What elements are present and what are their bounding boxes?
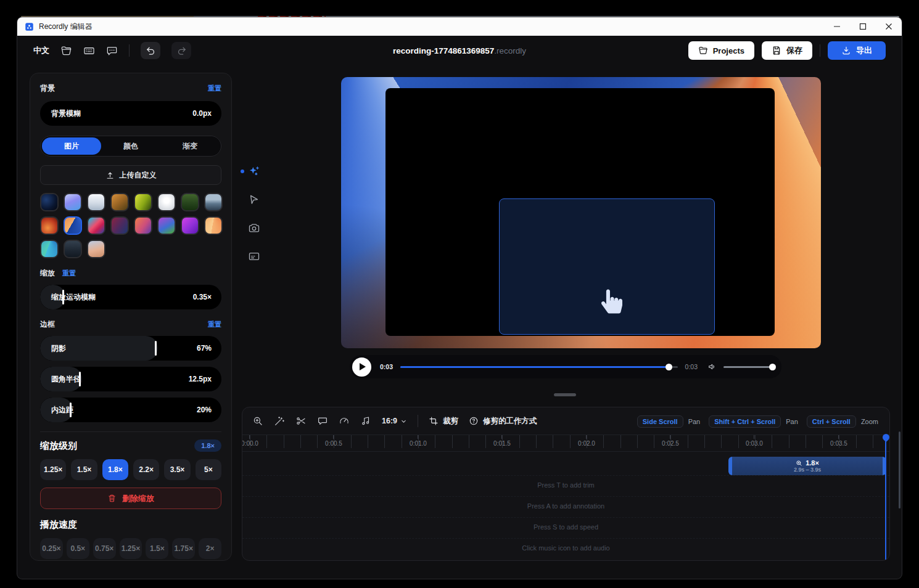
annotation-icon[interactable]	[317, 415, 328, 427]
aspect-ratio-dropdown[interactable]: 16:9	[382, 417, 407, 425]
background-thumbnail[interactable]	[87, 216, 105, 235]
keyboard-shortcuts-icon[interactable]	[83, 45, 95, 57]
background-thumbnail[interactable]	[204, 216, 223, 235]
audio-track-hint: Click music icon to add audio	[242, 544, 889, 552]
open-file-icon[interactable]	[60, 45, 72, 57]
corner-radius-slider[interactable]: 圆角半径 12.5px	[40, 367, 221, 391]
speed-option-1-75x[interactable]: 1.75×	[172, 538, 195, 559]
upload-custom-button[interactable]: 上传自定义	[40, 165, 221, 185]
delete-zoom-button[interactable]: 删除缩放	[40, 488, 221, 509]
zoom-region-clip[interactable]: 1.8× 2.9s – 3.9s	[728, 457, 886, 475]
feedback-icon[interactable]	[106, 45, 118, 57]
projects-button[interactable]: Projects	[688, 41, 754, 60]
scissors-icon[interactable]	[295, 415, 307, 427]
background-thumbnail-grid	[40, 193, 221, 258]
panel-resize-handle[interactable]	[554, 393, 576, 396]
save-button[interactable]: 保存	[762, 41, 812, 60]
speed-option-0-5x[interactable]: 0.5×	[67, 538, 89, 559]
zoom-option-1-25x[interactable]: 1.25×	[40, 459, 66, 480]
tab-color[interactable]: 颜色	[101, 137, 160, 155]
background-thumbnail[interactable]	[64, 240, 82, 258]
background-reset-link[interactable]: 重置	[208, 84, 221, 93]
speed-option-0-75x[interactable]: 0.75×	[93, 538, 116, 559]
background-thumbnail[interactable]	[87, 240, 105, 258]
seek-bar[interactable]	[400, 366, 678, 368]
seek-handle[interactable]	[666, 364, 672, 370]
zoom-level-options: 1.25× 1.5× 1.8× 2.2× 3.5× 5×	[40, 459, 221, 480]
close-button[interactable]	[876, 17, 902, 36]
corner-radius-label: 圆角半径	[51, 374, 81, 385]
zoom-level-title: 缩放级别	[40, 440, 77, 452]
timeline-ruler[interactable]: 0:00.0 0:00.5 0:01.0 0:01.5 0:02.0 0:02.…	[242, 435, 889, 452]
background-thumbnail[interactable]	[157, 193, 176, 211]
border-reset-link[interactable]: 重置	[208, 320, 221, 329]
zoom-region-range: 2.9s – 3.9s	[794, 467, 821, 473]
effects-tool[interactable]	[248, 165, 260, 178]
filename: recording-1774861369857	[393, 46, 494, 55]
trash-icon	[107, 494, 117, 503]
speed-option-1-5x[interactable]: 1.5×	[146, 538, 168, 559]
zoom-option-1-8x[interactable]: 1.8×	[102, 459, 128, 480]
trim-track-hint: Press T to add trim	[242, 481, 889, 489]
zoom-reset-link[interactable]: 重置	[62, 269, 76, 278]
padding-value: 20%	[197, 406, 212, 414]
speed-option-1-25x[interactable]: 1.25×	[120, 538, 142, 559]
background-thumbnail[interactable]	[110, 193, 129, 211]
padding-label: 内边距	[51, 405, 73, 415]
cursor-tool[interactable]	[248, 194, 260, 206]
background-thumbnail[interactable]	[40, 193, 59, 211]
export-button[interactable]: 导出	[828, 41, 886, 60]
volume-icon[interactable]	[707, 362, 717, 372]
volume-handle[interactable]	[769, 364, 776, 370]
background-blur-slider[interactable]: 背景模糊 0.0px	[40, 101, 221, 126]
background-thumbnail[interactable]	[134, 193, 152, 211]
magic-wand-icon[interactable]	[274, 415, 285, 427]
maximize-button[interactable]	[850, 17, 876, 36]
zoom-option-5x[interactable]: 5×	[196, 459, 221, 480]
zoom-section-title: 缩放	[40, 268, 55, 279]
speed-option-2x[interactable]: 2×	[199, 538, 221, 559]
background-thumbnail[interactable]	[181, 193, 199, 211]
tab-image[interactable]: 图片	[42, 137, 101, 155]
background-thumbnail[interactable]	[40, 240, 59, 258]
background-thumbnail[interactable]	[87, 193, 105, 211]
padding-slider[interactable]: 内边距 20%	[40, 398, 221, 422]
camera-tool[interactable]	[248, 222, 260, 234]
timeline-toolbar-divider	[418, 415, 418, 427]
zoom-motion-blur-slider[interactable]: 缩放运动模糊 0.35×	[40, 285, 221, 309]
chevron-down-icon	[400, 418, 407, 425]
zoom-option-3-5x[interactable]: 3.5×	[164, 459, 190, 480]
shadow-value: 67%	[197, 344, 212, 353]
zoom-region-left-handle[interactable]	[728, 457, 732, 475]
background-thumbnail-selected[interactable]	[64, 216, 82, 235]
music-icon[interactable]	[360, 415, 371, 427]
playhead-line[interactable]	[885, 438, 886, 561]
language-toggle[interactable]: 中文	[33, 45, 49, 56]
timeline-scrollbar[interactable]	[899, 431, 900, 508]
shortcut-key: Shift + Ctrl + Scroll	[709, 415, 781, 428]
speed-option-0-25x[interactable]: 0.25×	[40, 538, 63, 559]
minimize-button[interactable]	[824, 17, 850, 36]
background-thumbnail[interactable]	[110, 216, 129, 235]
zoom-option-2-2x[interactable]: 2.2×	[133, 459, 159, 480]
redo-button[interactable]	[171, 42, 191, 59]
crop-button[interactable]: 裁剪	[429, 416, 458, 427]
background-thumbnail[interactable]	[134, 216, 152, 235]
background-thumbnail[interactable]	[181, 216, 199, 235]
speed-gauge-icon[interactable]	[339, 415, 350, 427]
background-thumbnail[interactable]	[64, 193, 82, 211]
trim-help-button[interactable]: 修剪的工作方式	[469, 416, 537, 427]
background-thumbnail[interactable]	[204, 193, 223, 211]
tab-gradient[interactable]: 渐变	[160, 137, 220, 155]
file-extension: .recordly	[494, 46, 526, 55]
undo-button[interactable]	[141, 42, 160, 59]
zoom-option-1-5x[interactable]: 1.5×	[71, 459, 97, 480]
play-button[interactable]	[352, 357, 371, 377]
background-thumbnail[interactable]	[40, 216, 59, 235]
captions-tool[interactable]	[248, 250, 260, 263]
volume-slider[interactable]	[723, 366, 773, 368]
window-titlebar: Recordly 编辑器	[17, 17, 902, 36]
background-thumbnail[interactable]	[157, 216, 176, 235]
timeline-zoom-icon[interactable]	[252, 415, 263, 427]
shadow-slider[interactable]: 阴影 67%	[40, 336, 221, 361]
